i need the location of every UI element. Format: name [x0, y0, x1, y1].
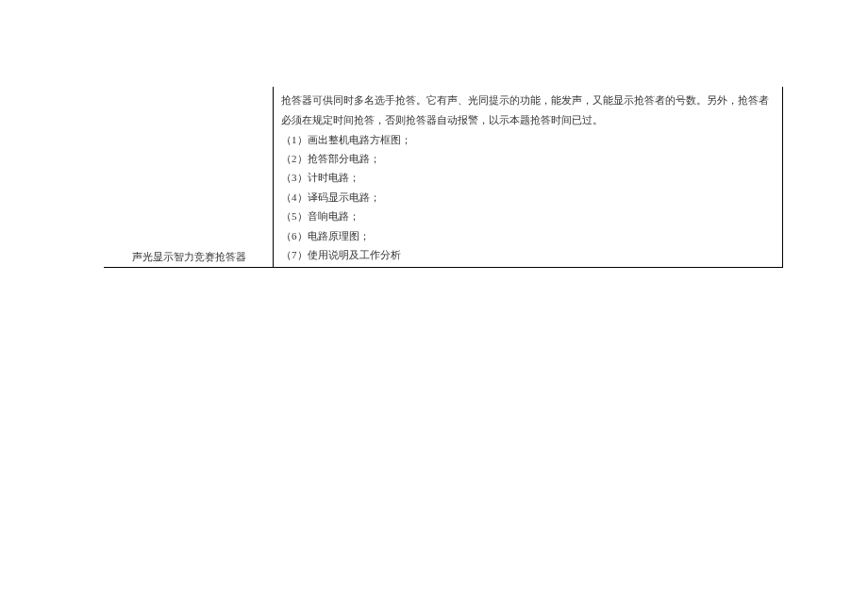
topic-title: 声光显示智力竞赛抢答器 [132, 250, 246, 264]
requirement-item: （5）音响电路； [281, 207, 775, 225]
requirement-item: （6）电路原理图； [281, 226, 775, 245]
intro-text: 抢答器可供同时多名选手抢答。它有声、光同提示的功能，能发声，又能显示抢答者的号数… [281, 91, 775, 130]
spec-table: 声光显示智力竞赛抢答器 抢答器可供同时多名选手抢答。它有声、光同提示的功能，能发… [104, 87, 783, 268]
description-cell: 抢答器可供同时多名选手抢答。它有声、光同提示的功能，能发声，又能显示抢答者的号数… [274, 87, 783, 267]
title-cell: 声光显示智力竞赛抢答器 [104, 87, 274, 267]
requirement-item: （4）译码显示电路； [281, 188, 775, 207]
requirement-item: （1）画出整机电路方框图； [281, 130, 775, 149]
requirement-item: （3）计时电路； [281, 168, 775, 187]
requirement-item: （7）使用说明及工作分析 [281, 245, 775, 264]
requirement-item: （2）抢答部分电路； [281, 149, 775, 168]
